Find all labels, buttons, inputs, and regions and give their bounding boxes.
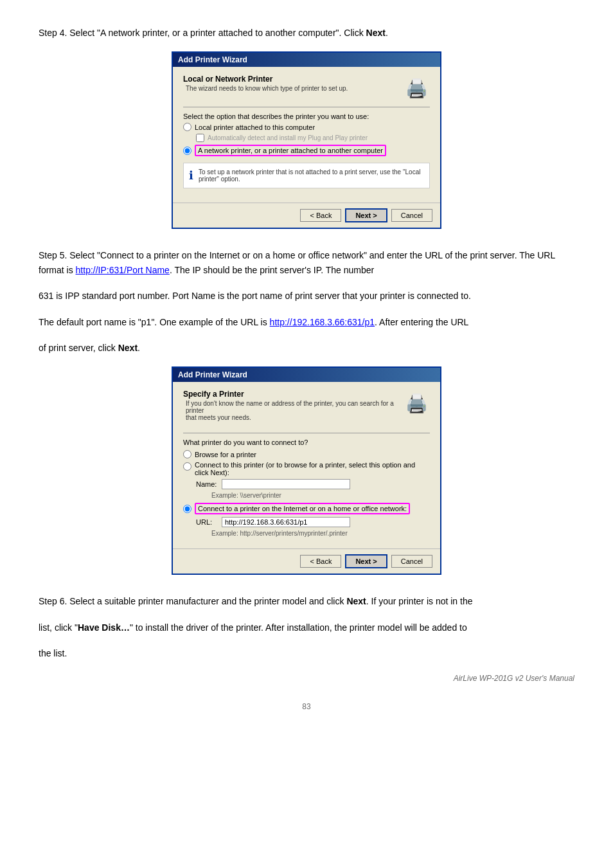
- step6-para2: list, click "Have Disk…" to install the …: [39, 620, 574, 635]
- dialog2-cancel-btn[interactable]: Cancel: [391, 555, 432, 568]
- dialog2-url-input[interactable]: [222, 517, 350, 527]
- step6-para1: Step 6. Select a suitable printer manufa…: [39, 594, 574, 608]
- brand-footer: AirLive WP-201G v2 User's Manual: [39, 674, 574, 683]
- dialog2-header-row: Specify a Printer If you don't know the …: [183, 390, 430, 428]
- dialog1-header-row: Local or Network Printer The wizard need…: [183, 75, 430, 102]
- dialog1-section-title: Local or Network Printer: [183, 75, 403, 84]
- dialog1-title: Add Printer Wizard: [178, 55, 247, 64]
- dialog2-section-sub: If you don't know the name or address of…: [183, 400, 403, 421]
- step5-para4: of print server, click Next.: [39, 341, 574, 355]
- dialog2-url-example: Example: http://server/printers/myprinte…: [211, 530, 430, 537]
- dialog2: Add Printer Wizard Specify a Printer If …: [172, 366, 441, 575]
- url-format-link[interactable]: http://IP:631/Port Name: [76, 265, 170, 275]
- step6-para3: the list.: [39, 646, 574, 660]
- dialog2-name-label: Name:: [196, 480, 222, 488]
- dialog2-radio3-label: Connect to a printer on the Internet or …: [195, 503, 410, 514]
- dialog2-question: What printer do you want to connect to?: [183, 439, 430, 446]
- dialog1-info-box: ℹ To set up a network printer that is no…: [183, 163, 430, 188]
- dialog2-body: Specify a Printer If you don't know the …: [173, 382, 440, 548]
- dialog1-body: Local or Network Printer The wizard need…: [173, 67, 440, 203]
- dialog1-footer: < Back Next > Cancel: [173, 203, 440, 228]
- info-icon: ℹ: [189, 168, 193, 183]
- dialog1: Add Printer Wizard Local or Network Prin…: [172, 51, 441, 229]
- separator2: [183, 433, 430, 433]
- dialog2-titlebar: Add Printer Wizard: [173, 368, 440, 382]
- dialog2-name-row: Name:: [196, 479, 430, 489]
- step5-para3: The default port name is "p1". One examp…: [39, 315, 574, 329]
- dialog2-radio1-label: Browse for a printer: [195, 451, 256, 458]
- step5-para2: 631 is IPP standard port number. Port Na…: [39, 289, 574, 303]
- dialog1-back-btn[interactable]: < Back: [300, 209, 341, 222]
- dialog2-radio1[interactable]: Browse for a printer: [183, 450, 430, 458]
- dialog2-url-row: URL:: [196, 517, 430, 527]
- separator1: [183, 107, 430, 107]
- dialog2-back-btn[interactable]: < Back: [300, 555, 341, 568]
- dialog2-radio3[interactable]: Connect to a printer on the Internet or …: [183, 503, 430, 514]
- dialog1-info-text: To set up a network printer that is not …: [199, 168, 424, 183]
- dialog1-cancel-btn[interactable]: Cancel: [391, 209, 432, 222]
- printer-wizard-icon: 🖨️: [403, 75, 430, 102]
- dialog1-next-btn[interactable]: Next >: [345, 208, 387, 222]
- dialog1-radio1[interactable]: Local printer attached to this computer: [183, 123, 430, 131]
- dialog1-radio2-label: A network printer, or a printer attached…: [195, 145, 386, 156]
- dialog1-checkbox1[interactable]: Automatically detect and install my Plug…: [196, 134, 430, 142]
- dialog2-name-input[interactable]: [222, 479, 350, 489]
- dialog2-radio2[interactable]: Connect to this printer (or to browse fo…: [183, 461, 430, 476]
- dialog2-next-btn[interactable]: Next >: [345, 554, 387, 568]
- dialog1-titlebar: Add Printer Wizard: [173, 53, 440, 67]
- step4-text: Step 4. Select "A network printer, or a …: [39, 26, 574, 40]
- dialog1-option-label: Select the option that describes the pri…: [183, 113, 430, 120]
- dialog2-section-title: Specify a Printer: [183, 390, 403, 399]
- dialog2-title: Add Printer Wizard: [178, 370, 247, 379]
- example-url-link[interactable]: http://192.168.3.66:631/p1: [270, 317, 375, 327]
- page-number: 83: [39, 702, 574, 711]
- dialog1-radio1-label: Local printer attached to this computer: [195, 123, 315, 131]
- dialog1-radio2[interactable]: A network printer, or a printer attached…: [183, 145, 430, 156]
- step5-para1: Step 5. Select "Connect to a printer on …: [39, 248, 574, 277]
- dialog2-url-label: URL:: [196, 518, 222, 526]
- dialog2-radio2-label: Connect to this printer (or to browse fo…: [195, 461, 430, 476]
- dialog2-name-example: Example: \\server\printer: [211, 492, 430, 499]
- dialog1-checkbox1-label: Automatically detect and install my Plug…: [208, 134, 368, 141]
- dialog2-printer-icon: 🖨️: [403, 390, 430, 417]
- dialog2-footer: < Back Next > Cancel: [173, 548, 440, 574]
- dialog1-section-sub: The wizard needs to know which type of p…: [183, 85, 403, 92]
